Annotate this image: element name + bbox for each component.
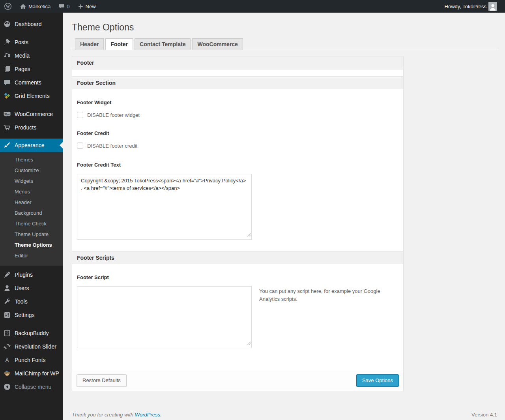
resize-grip-icon[interactable] xyxy=(247,231,251,238)
sidebar-item-collapse-menu[interactable]: Collapse menu xyxy=(0,380,63,394)
disable-footer-credit-checkbox[interactable] xyxy=(77,142,83,149)
sidebar-item-mailchimp[interactable]: MailChimp for WP xyxy=(0,367,63,380)
footer-credit-label: Footer Credit xyxy=(77,130,398,136)
footer-credit-text-input[interactable]: Copyright &copy; 2015 TokoPress<span><a … xyxy=(77,174,252,240)
site-link[interactable]: Marketica xyxy=(16,0,54,13)
disable-footer-credit-text[interactable]: DISABLE footer credit xyxy=(87,143,137,149)
resize-grip-icon[interactable] xyxy=(247,340,251,347)
tab-contact-template[interactable]: Contact Template xyxy=(135,38,191,50)
sidebar-item-posts[interactable]: Posts xyxy=(0,36,63,49)
site-name: Marketica xyxy=(28,4,50,9)
footer-script-help-text: You can put any script here, for example… xyxy=(259,287,382,303)
sidebar-item-media[interactable]: Media xyxy=(0,49,63,62)
sidebar-item-settings[interactable]: Settings xyxy=(0,308,63,322)
media-icon xyxy=(3,52,11,60)
sidebar-item-label: WooCommerce xyxy=(15,111,53,117)
panel-spacer xyxy=(72,69,403,76)
home-icon xyxy=(20,3,26,10)
submenu-item-background[interactable]: Background xyxy=(0,208,63,218)
sidebar-item-woocommerce[interactable]: Woo WooCommerce xyxy=(0,107,63,121)
submenu-item-editor[interactable]: Editor xyxy=(0,250,63,261)
footer-script-label: Footer Script xyxy=(77,274,398,280)
woocommerce-icon: Woo xyxy=(3,110,11,118)
user-icon xyxy=(3,284,11,292)
sidebar-item-label: Grid Elements xyxy=(15,93,50,99)
account-menu[interactable]: Howdy, TokoPress xyxy=(441,0,501,13)
submenu-item-menus[interactable]: Menus xyxy=(0,186,63,197)
comments-shortcut[interactable]: 0 xyxy=(54,0,73,13)
section-header-footer-scripts: Footer Scripts xyxy=(72,251,403,264)
appearance-submenu: Themes Customize Widgets Menus Header Ba… xyxy=(0,152,63,266)
thanks-prefix: Thank you for creating with xyxy=(72,412,135,418)
sidebar-item-grid-elements[interactable]: Grid Elements xyxy=(0,89,63,103)
sidebar-item-label: Products xyxy=(15,124,36,131)
sidebar-item-label: Collapse menu xyxy=(15,384,51,390)
backup-box-icon xyxy=(3,329,11,337)
sidebar-item-label: Settings xyxy=(15,312,35,318)
save-options-button[interactable]: Save Options xyxy=(356,374,399,387)
sidebar-item-label: Plugins xyxy=(15,272,33,278)
footer-scripts-body: Footer Script You can put any script her… xyxy=(72,264,403,370)
plugin-icon xyxy=(3,271,11,279)
wordpress-link[interactable]: WordPress xyxy=(135,412,160,418)
sidebar-item-revolution-slider[interactable]: Revolution Slider xyxy=(0,340,63,353)
disable-footer-widget-checkbox[interactable] xyxy=(77,112,83,118)
pushpin-icon xyxy=(3,38,11,46)
avatar xyxy=(488,2,497,11)
version-text: Version 4.1 xyxy=(471,412,497,418)
submenu-item-theme-options[interactable]: Theme Options xyxy=(0,240,63,250)
sidebar-item-label: Tools xyxy=(15,298,28,305)
submenu-item-widgets[interactable]: Widgets xyxy=(0,176,63,186)
howdy-text: Howdy, TokoPress xyxy=(445,4,486,9)
settings-icon xyxy=(3,311,11,319)
sidebar-item-users[interactable]: Users xyxy=(0,281,63,295)
comment-bubble-icon xyxy=(58,3,65,9)
submenu-item-theme-update[interactable]: Theme Update xyxy=(0,229,63,240)
revolution-slider-icon xyxy=(3,343,11,351)
section-header-footer-section: Footer Section xyxy=(72,76,403,89)
pages-icon xyxy=(3,65,11,73)
wrench-icon xyxy=(3,298,11,306)
admin-bar: W Marketica 0 New Howdy, TokoPress xyxy=(0,0,505,13)
comment-count: 0 xyxy=(67,4,69,9)
sidebar-item-plugins[interactable]: Plugins xyxy=(0,268,63,281)
footer-widget-label: Footer Widget xyxy=(77,99,398,105)
tab-header[interactable]: Header xyxy=(75,38,104,50)
submenu-item-theme-check[interactable]: Theme Check xyxy=(0,218,63,229)
cart-icon xyxy=(3,124,11,131)
sidebar-item-pages[interactable]: Pages xyxy=(0,62,63,76)
disable-footer-widget-text[interactable]: DISABLE footer widget xyxy=(87,112,140,118)
sidebar-item-label: BackupBuddy xyxy=(15,330,49,336)
footer-section-body: Footer Widget DISABLE footer widget Foot… xyxy=(72,89,403,251)
sidebar-item-appearance[interactable]: Appearance xyxy=(0,139,63,152)
footer-credit-text-label: Footer Credit Text xyxy=(77,162,398,168)
sidebar-item-tools[interactable]: Tools xyxy=(0,295,63,308)
admin-sidebar: Dashboard Posts Media Pages Comments Gri… xyxy=(0,13,63,420)
sidebar-item-label: Media xyxy=(15,52,30,59)
sidebar-item-products[interactable]: Products xyxy=(0,121,63,134)
new-content-menu[interactable]: New xyxy=(74,0,100,13)
submenu-item-customize[interactable]: Customize xyxy=(0,165,63,176)
restore-defaults-button[interactable]: Restore Defaults xyxy=(77,374,127,387)
footer-thanks: Thank you for creating with WordPress. xyxy=(72,412,162,418)
collapse-arrow-icon xyxy=(3,383,11,391)
tab-footer[interactable]: Footer xyxy=(105,38,133,50)
sidebar-item-dashboard[interactable]: Dashboard xyxy=(0,17,63,31)
wordpress-logo-icon: W xyxy=(4,2,12,10)
footer-script-input[interactable] xyxy=(77,286,252,348)
svg-text:Woo: Woo xyxy=(5,113,10,115)
submenu-item-themes[interactable]: Themes xyxy=(0,154,63,165)
tab-woocommerce[interactable]: WooCommerce xyxy=(192,38,243,50)
panel-header-footer: Footer xyxy=(72,56,403,69)
plus-icon xyxy=(78,4,84,9)
sidebar-item-punch-fonts[interactable]: A Punch Fonts xyxy=(0,353,63,367)
letter-a-icon: A xyxy=(3,356,11,364)
submenu-item-header[interactable]: Header xyxy=(0,197,63,208)
wordpress-logo-menu[interactable]: W xyxy=(0,0,16,13)
sidebar-item-comments[interactable]: Comments xyxy=(0,76,63,89)
sidebar-item-backupbuddy[interactable]: BackupBuddy xyxy=(0,326,63,340)
dashboard-icon xyxy=(3,20,11,28)
sidebar-item-label: Appearance xyxy=(15,142,45,148)
main-content: Theme Options HeaderFooterContact Templa… xyxy=(63,13,505,420)
thanks-suffix: . xyxy=(160,412,162,418)
